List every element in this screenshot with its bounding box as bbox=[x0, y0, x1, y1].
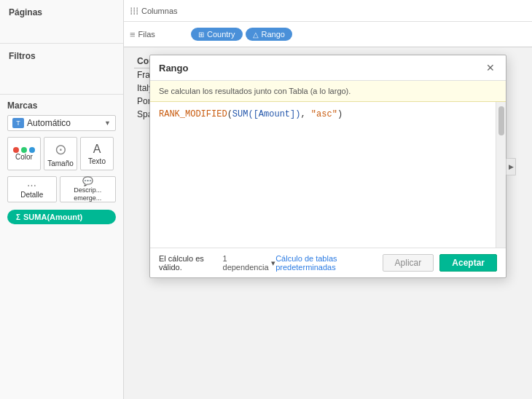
close-button[interactable]: ✕ bbox=[484, 61, 497, 74]
text-icon: A bbox=[93, 143, 101, 156]
country-pill[interactable]: ⊞ Country bbox=[191, 28, 243, 41]
detail-button[interactable]: ⋯ Detalle bbox=[7, 176, 57, 202]
modal-overlay: Rango ✕ Se calculan los resultados junto… bbox=[124, 47, 532, 399]
size-icon: ⊙ bbox=[55, 141, 67, 158]
text-label: Texto bbox=[88, 157, 106, 165]
rows-row: ≡ Filas ⊞ Country △ Rango bbox=[124, 22, 532, 47]
detail-label: Detalle bbox=[20, 191, 43, 199]
modal-scrollbar bbox=[496, 102, 506, 248]
marks-section: Marcas T Automático ▼ Color ⊙ Tamaño bbox=[0, 95, 123, 229]
code-arg: SUM([Amount]) bbox=[232, 109, 301, 119]
table-defaults-link[interactable]: Cálculo de tablas predeterminadas bbox=[275, 254, 376, 272]
rango-pill-label: Rango bbox=[262, 30, 285, 39]
code-comma: , bbox=[300, 109, 310, 119]
modal-header: Rango ✕ bbox=[150, 55, 506, 81]
filters-section: Filtros bbox=[0, 44, 123, 95]
marks-buttons-row: Color ⊙ Tamaño A Texto bbox=[7, 137, 116, 170]
main-area: ⁞⁞⁞ Columnas ≡ Filas ⊞ Country △ Rango bbox=[124, 0, 532, 399]
chevron-down-icon: ▼ bbox=[104, 119, 111, 127]
color-button[interactable]: Color bbox=[7, 137, 41, 170]
rows-label: Filas bbox=[138, 30, 155, 39]
modal-footer: El cálculo es válido. 1 dependencia ▾ Cá… bbox=[150, 248, 506, 277]
modal-info-text: Se calculan los resultados junto con Tab… bbox=[159, 87, 351, 95]
color-label: Color bbox=[15, 153, 33, 161]
modal-dialog: Rango ✕ Se calculan los resultados junto… bbox=[149, 55, 506, 278]
text-button[interactable]: A Texto bbox=[80, 137, 114, 170]
code-open-paren: ( bbox=[227, 109, 232, 119]
sigma-icon: Σ bbox=[16, 213, 20, 221]
top-bar: ⁞⁞⁞ Columnas ≡ Filas ⊞ Country △ Rango bbox=[124, 0, 532, 47]
code-func: RANK_MODIFIED bbox=[159, 109, 227, 119]
modal-editor[interactable]: RANK_MODIFIED(SUM([Amount]), "asc") bbox=[150, 102, 496, 248]
size-label: Tamaño bbox=[47, 159, 74, 167]
scrollbar-thumb[interactable] bbox=[498, 106, 504, 135]
dependency-dropdown[interactable]: 1 dependencia ▾ bbox=[223, 254, 276, 272]
modal-footer-buttons: Cálculo de tablas predeterminadas Aplica… bbox=[275, 254, 497, 272]
modal-title: Rango bbox=[159, 63, 188, 74]
rows-icon: ≡ bbox=[130, 29, 136, 40]
detail-icon: ⋯ bbox=[27, 180, 36, 191]
marks-label: Marcas bbox=[7, 100, 116, 111]
tooltip-icon: 💬 bbox=[82, 176, 93, 186]
rows-label-area: ≡ Filas bbox=[130, 29, 188, 40]
tooltip-button[interactable]: 💬 Descrip...emerge... bbox=[60, 176, 116, 202]
code-close-paren: ) bbox=[337, 109, 343, 119]
marks-dropdown[interactable]: T Automático ▼ bbox=[7, 115, 116, 131]
sum-amount-label: SUMA(Amount) bbox=[23, 213, 82, 221]
country-pill-label: Country bbox=[207, 30, 235, 39]
expand-right-button[interactable]: ▶ bbox=[506, 158, 516, 175]
columns-label: Columnas bbox=[141, 7, 178, 15]
rango-pill[interactable]: △ Rango bbox=[246, 28, 292, 41]
country-pill-icon: ⊞ bbox=[198, 31, 204, 39]
code-string: "asc" bbox=[311, 109, 337, 119]
columns-label-area: ⁞⁞⁞ Columnas bbox=[130, 5, 188, 17]
data-area: Country Rango France 3 811.435 Italy 2 6… bbox=[124, 47, 532, 399]
pages-section: Páginas bbox=[0, 0, 123, 44]
size-button[interactable]: ⊙ Tamaño bbox=[44, 137, 77, 170]
columns-row: ⁞⁞⁞ Columnas bbox=[124, 0, 532, 22]
color-icon bbox=[13, 147, 35, 153]
apply-button[interactable]: Aplicar bbox=[383, 254, 434, 272]
code-expression: RANK_MODIFIED(SUM([Amount]), "asc") bbox=[159, 109, 487, 119]
rango-pill-icon: △ bbox=[253, 31, 259, 39]
dependency-text: 1 dependencia bbox=[223, 254, 270, 272]
columns-icon: ⁞⁞⁞ bbox=[130, 5, 138, 17]
sum-amount-badge[interactable]: Σ SUMA(Amount) bbox=[7, 210, 116, 224]
filters-label: Filtros bbox=[9, 51, 114, 61]
marks-type-label: Automático bbox=[27, 118, 104, 128]
valid-text: El cálculo es válido. bbox=[159, 254, 223, 272]
sidebar: Páginas Filtros Marcas T Automático ▼ Co… bbox=[0, 0, 124, 399]
pages-label: Páginas bbox=[9, 7, 114, 17]
accept-button[interactable]: Aceptar bbox=[439, 254, 497, 272]
tooltip-label: Descrip...emerge... bbox=[74, 186, 101, 202]
marks-type-icon: T bbox=[12, 118, 24, 128]
marks-bottom-row: ⋯ Detalle 💬 Descrip...emerge... bbox=[7, 176, 116, 205]
modal-info-bar: Se calculan los resultados junto con Tab… bbox=[150, 81, 506, 102]
